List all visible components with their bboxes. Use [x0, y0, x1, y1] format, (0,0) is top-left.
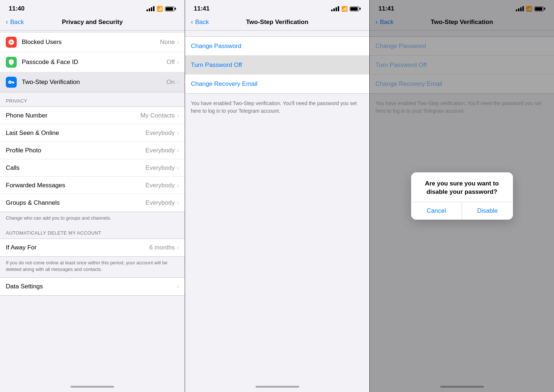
last-seen-label: Last Seen & Online [6, 129, 145, 137]
passcode-value: Off [166, 59, 174, 66]
calls-chevron: › [177, 165, 179, 171]
phone-3: 11:41 📶 ‹ Back Two-Step Verification Cha… [369, 0, 554, 392]
privacy-section-label: PRIVACY [0, 95, 185, 105]
two-step-item[interactable]: Two-Step Verification On › [0, 72, 185, 92]
data-settings-list: Data Settings › [0, 277, 185, 296]
signal-icon [146, 6, 154, 11]
privacy-section: PRIVACY Phone Number My Contacts › Last … [0, 95, 185, 224]
groups-channels-value: Everybody [145, 199, 174, 207]
change-recovery-email-item-2[interactable]: Change Recovery Email [185, 75, 369, 93]
back-chevron-2: ‹ [191, 18, 193, 26]
nav-title-1: Privacy and Security [35, 19, 150, 26]
delete-section-label: AUTOMATICALLY DELETE MY ACCOUNT [0, 227, 185, 237]
phone-number-chevron: › [177, 112, 179, 119]
data-settings-item[interactable]: Data Settings › [0, 278, 185, 295]
home-indicator-1 [0, 383, 185, 392]
status-icons-1: 📶 [146, 6, 176, 12]
status-time-2: 11:41 [194, 5, 209, 12]
data-settings-label: Data Settings [6, 283, 177, 290]
back-chevron-1: ‹ [6, 18, 8, 26]
calls-item[interactable]: Calls Everybody › [0, 159, 185, 177]
dialog-cancel-button[interactable]: Cancel [411, 202, 462, 220]
dialog-title: Are you sure you want to disable your pa… [418, 180, 506, 196]
home-indicator-2 [185, 383, 369, 392]
delete-note: If you do not come online at least once … [0, 258, 185, 276]
blocked-users-item[interactable]: Blocked Users None › [0, 32, 185, 52]
tsv-description-2: You have enabled Two-Step verification. … [185, 94, 369, 121]
data-settings-chevron: › [177, 283, 179, 290]
privacy-list: Phone Number My Contacts › Last Seen & O… [0, 107, 185, 212]
profile-photo-item[interactable]: Profile Photo Everybody › [0, 142, 185, 159]
calls-value: Everybody [145, 164, 174, 172]
back-button-1[interactable]: ‹ Back [6, 18, 35, 26]
two-step-label: Two-Step Verification [22, 79, 166, 86]
blocked-users-label: Blocked Users [22, 39, 160, 46]
forwarded-messages-item[interactable]: Forwarded Messages Everybody › [0, 177, 185, 194]
passcode-icon [6, 57, 17, 68]
last-seen-value: Everybody [145, 129, 174, 137]
blocked-users-value: None [160, 39, 175, 46]
security-list: Blocked Users None › Passcode & Face ID … [0, 32, 185, 92]
passcode-label: Passcode & Face ID [22, 59, 166, 66]
if-away-value: 6 months [149, 244, 175, 251]
phone-number-label: Phone Number [6, 112, 140, 119]
profile-photo-value: Everybody [145, 147, 174, 154]
privacy-note: Change who can add you to groups and cha… [0, 213, 185, 224]
delete-section: AUTOMATICALLY DELETE MY ACCOUNT If Away … [0, 227, 185, 276]
phone-number-item[interactable]: Phone Number My Contacts › [0, 107, 185, 124]
profile-photo-label: Profile Photo [6, 147, 145, 154]
home-bar-1 [71, 386, 114, 388]
back-label-2: Back [195, 19, 209, 26]
if-away-label: If Away For [6, 244, 149, 251]
profile-photo-chevron: › [177, 147, 179, 154]
back-button-2[interactable]: ‹ Back [191, 18, 220, 26]
groups-channels-item[interactable]: Groups & Channels Everybody › [0, 194, 185, 212]
dialog-disable-button[interactable]: Disable [462, 202, 513, 220]
content-1: Blocked Users None › Passcode & Face ID … [0, 31, 185, 383]
wifi-icon-2: 📶 [341, 6, 348, 12]
nav-title-2: Two-Step Verification [220, 19, 334, 26]
calls-label: Calls [6, 164, 145, 172]
turn-password-off-label-2: Turn Password Off [191, 61, 242, 69]
home-bar-2 [256, 386, 299, 388]
dialog-body: Are you sure you want to disable your pa… [411, 172, 513, 201]
change-password-label-2: Change Password [191, 43, 241, 50]
two-step-icon [6, 77, 17, 88]
passcode-svg [8, 59, 15, 65]
dialog-actions: Cancel Disable [411, 202, 513, 220]
passcode-item[interactable]: Passcode & Face ID Off › [0, 52, 185, 72]
change-recovery-email-label-2: Change Recovery Email [191, 80, 257, 88]
battery-icon-2 [350, 7, 361, 11]
block-svg [8, 39, 15, 45]
tsv-menu-list-2: Change Password Turn Password Off Change… [185, 36, 369, 94]
forwarded-messages-chevron: › [177, 182, 179, 189]
phone-2: 11:41 📶 ‹ Back Two-Step Verification Cha… [185, 0, 369, 392]
status-bar-2: 11:41 📶 [185, 0, 369, 15]
last-seen-chevron: › [177, 130, 179, 136]
status-icons-2: 📶 [331, 6, 361, 12]
key-svg [8, 79, 15, 85]
tsv-content-2: Change Password Turn Password Off Change… [185, 31, 369, 383]
passcode-chevron: › [177, 59, 179, 65]
back-label-1: Back [10, 19, 24, 26]
last-seen-item[interactable]: Last Seen & Online Everybody › [0, 124, 185, 142]
groups-channels-chevron: › [177, 200, 179, 206]
if-away-item[interactable]: If Away For 6 months › [0, 239, 185, 256]
phone-number-value: My Contacts [140, 112, 174, 119]
nav-bar-2: ‹ Back Two-Step Verification [185, 15, 369, 31]
nav-bar-1: ‹ Back Privacy and Security [0, 15, 185, 31]
wifi-icon: 📶 [157, 6, 163, 12]
status-time-1: 11:40 [9, 5, 24, 12]
blocked-users-icon [6, 37, 17, 48]
change-password-item-2[interactable]: Change Password [185, 37, 369, 56]
turn-password-off-item-2[interactable]: Turn Password Off [185, 56, 369, 75]
phone-1: 11:40 📶 ‹ Back Privacy and Security [0, 0, 185, 392]
delete-list: If Away For 6 months › [0, 239, 185, 257]
dialog-overlay: Are you sure you want to disable your pa… [370, 0, 554, 392]
forwarded-messages-label: Forwarded Messages [6, 182, 145, 189]
blocked-users-chevron: › [177, 39, 179, 45]
forwarded-messages-value: Everybody [145, 182, 174, 189]
dialog-box: Are you sure you want to disable your pa… [411, 172, 513, 219]
if-away-chevron: › [177, 244, 179, 251]
battery-icon [165, 7, 176, 11]
